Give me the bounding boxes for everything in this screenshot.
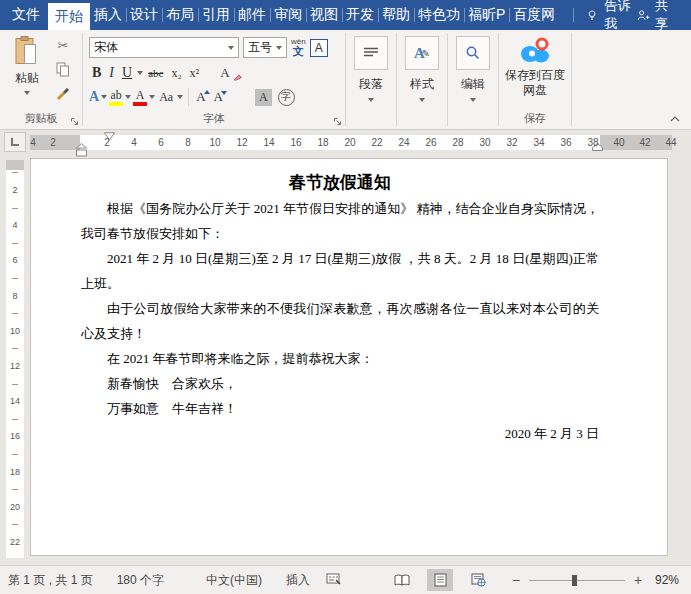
zoom-slider[interactable] <box>529 574 625 586</box>
clear-formatting-button[interactable]: A <box>220 65 241 81</box>
insert-mode-status[interactable]: 插入 <box>286 572 310 589</box>
zoom-slider-thumb[interactable] <box>572 575 577 586</box>
print-layout-button[interactable] <box>427 569 453 591</box>
page-info[interactable]: 第 1 页 , 共 1 页 <box>8 572 93 589</box>
editing-icon-box <box>456 36 490 70</box>
tab-14[interactable]: 百度网 <box>509 0 559 30</box>
zoom-level[interactable]: 92% <box>649 573 679 587</box>
change-case-button[interactable]: Aa <box>157 90 175 105</box>
document-page[interactable]: 春节放假通知 根据《国务院办公厅关于 2021 年节假日安排的通知》 精神，结合… <box>30 158 668 556</box>
font-color-dropdown-arrow[interactable] <box>149 95 155 99</box>
paragraph-button[interactable]: 段落 <box>346 30 396 129</box>
clipboard-dialog-launcher[interactable] <box>70 117 79 126</box>
h-ruler-number: 2 <box>46 136 60 149</box>
v-ruler-number: 6 <box>6 255 24 265</box>
tab-10[interactable]: 开发 <box>342 0 378 30</box>
shrink-font-button[interactable]: A <box>212 89 227 105</box>
text-effects-button[interactable]: A <box>89 89 99 105</box>
status-bar: 第 1 页 , 共 1 页 180 个字 中文(中国) 插入 <box>0 565 691 594</box>
text-effects-dropdown-arrow[interactable] <box>101 95 107 99</box>
tab-13[interactable]: 福昕P <box>464 0 509 30</box>
h-ruler-number: 4 <box>127 136 141 149</box>
tab-9[interactable]: 视图 <box>306 0 342 30</box>
word-count[interactable]: 180 个字 <box>117 572 164 589</box>
paragraph-2[interactable]: 2021 年 2 月 10 日(星期三)至 2 月 17 日(星期三)放假 ，共… <box>81 246 599 296</box>
paragraph-5[interactable]: 新春愉快 合家欢乐， <box>81 371 599 396</box>
h-ruler-number: 38 <box>586 136 600 149</box>
v-ruler-number: 12 <box>6 361 24 371</box>
font-color-button[interactable]: A <box>133 89 147 106</box>
tab-stop-selector[interactable] <box>4 132 26 152</box>
character-border-button[interactable]: A <box>310 39 328 57</box>
font-dialog-launcher[interactable] <box>333 117 342 126</box>
tab-8[interactable]: 审阅 <box>270 0 306 30</box>
copy-icon <box>56 62 70 77</box>
highlight-color-button[interactable]: ab <box>109 89 123 106</box>
highlight-label: ab <box>110 89 121 101</box>
superscript-button[interactable]: x² <box>187 66 203 81</box>
paragraph-4[interactable]: 在 2021 年春节即将来临之际，提前恭祝大家： <box>81 346 599 371</box>
highlight-dropdown-arrow[interactable] <box>125 95 131 99</box>
italic-button[interactable]: I <box>106 65 117 81</box>
read-mode-button[interactable] <box>389 569 415 591</box>
word-window: 文件开始插入设计布局引用邮件审阅视图开发帮助特色功福昕P百度网 告诉我 共享 <box>0 0 691 594</box>
v-ruler-tick <box>12 489 18 490</box>
ribbon: 粘贴 ✂ 剪贴板 <box>0 30 691 130</box>
tab-3[interactable]: 插入 <box>90 0 126 30</box>
cut-button[interactable]: ✂ <box>52 36 74 55</box>
macro-record-button[interactable] <box>326 572 341 588</box>
tab-11[interactable]: 帮助 <box>378 0 414 30</box>
v-ruler-tick <box>12 348 18 349</box>
character-shading-button[interactable]: A <box>255 89 272 106</box>
paragraph-3[interactable]: 由于公司放假给大家带来的不便我们深表歉意，再次感谢各位一直以来对本公司的关心及支… <box>81 296 599 346</box>
styles-icon-box: A✎ <box>405 36 439 70</box>
clipboard-small-buttons: ✂ <box>52 36 74 103</box>
editing-button[interactable]: 编辑 <box>448 30 498 129</box>
change-case-dropdown-arrow[interactable] <box>177 95 183 99</box>
paragraph-1[interactable]: 根据《国务院办公厅关于 2021 年节假日安排的通知》 精神，结合企业自身实际情… <box>81 196 599 246</box>
tab-2[interactable]: 开始 <box>48 3 90 30</box>
language-status[interactable]: 中文(中国) <box>206 572 262 589</box>
font-size-select[interactable]: 五号 <box>243 37 287 58</box>
v-ruler-number: 18 <box>6 467 24 477</box>
font-name-select[interactable]: 宋体 <box>89 37 239 58</box>
underline-button[interactable]: U <box>119 65 135 81</box>
subscript-button[interactable]: x₂ <box>168 66 184 81</box>
pinyin-char-label: 文 <box>293 46 304 57</box>
paragraph-7[interactable]: 2020 年 2 月 3 日 <box>81 421 599 446</box>
collapse-ribbon-button[interactable] <box>667 113 683 125</box>
save-to-baidu-button[interactable]: 保存到百度网盘 <box>499 37 571 98</box>
paragraph-6[interactable]: 万事如意 牛年吉祥！ <box>81 396 599 421</box>
strikethrough-button[interactable]: abc <box>145 67 166 79</box>
tab-6[interactable]: 引用 <box>198 0 234 30</box>
styles-button[interactable]: A✎ 样式 <box>397 30 447 129</box>
v-ruler[interactable]: 246810121416182022 <box>6 160 24 558</box>
bold-button[interactable]: B <box>89 65 104 81</box>
left-indent-marker[interactable] <box>75 143 88 157</box>
paste-button[interactable]: 粘贴 <box>6 36 48 95</box>
h-ruler-number: 20 <box>343 136 357 149</box>
web-layout-button[interactable] <box>465 569 491 591</box>
clipboard-paste-icon <box>14 36 40 66</box>
enclose-characters-button[interactable]: 字 <box>278 89 295 106</box>
zoom-out-button[interactable]: − <box>511 572 521 588</box>
grow-font-button[interactable]: A <box>194 89 209 105</box>
tab-1[interactable]: 文件 <box>8 0 44 30</box>
clear-formatting-letter: A <box>220 65 229 81</box>
share-button[interactable]: 共享 <box>637 0 677 30</box>
document-title[interactable]: 春节放假通知 <box>81 169 599 196</box>
pinyin-guide-button[interactable]: wén 文 <box>291 38 306 57</box>
zoom-in-button[interactable]: + <box>633 572 643 588</box>
tab-12[interactable]: 特色功 <box>414 0 464 30</box>
tell-me-button[interactable]: 告诉我 <box>573 0 637 30</box>
paste-label: 粘贴 <box>15 70 39 87</box>
tab-4[interactable]: 设计 <box>126 0 162 30</box>
scissors-icon: ✂ <box>58 38 69 53</box>
tab-7[interactable]: 邮件 <box>234 0 270 30</box>
tab-5[interactable]: 布局 <box>162 0 198 30</box>
copy-button[interactable] <box>52 60 74 79</box>
eraser-icon <box>231 72 242 81</box>
h-ruler[interactable]: 4224681012141618202224262830323436384042… <box>30 132 672 156</box>
underline-dropdown-arrow[interactable] <box>137 71 143 75</box>
format-painter-button[interactable] <box>52 84 74 103</box>
